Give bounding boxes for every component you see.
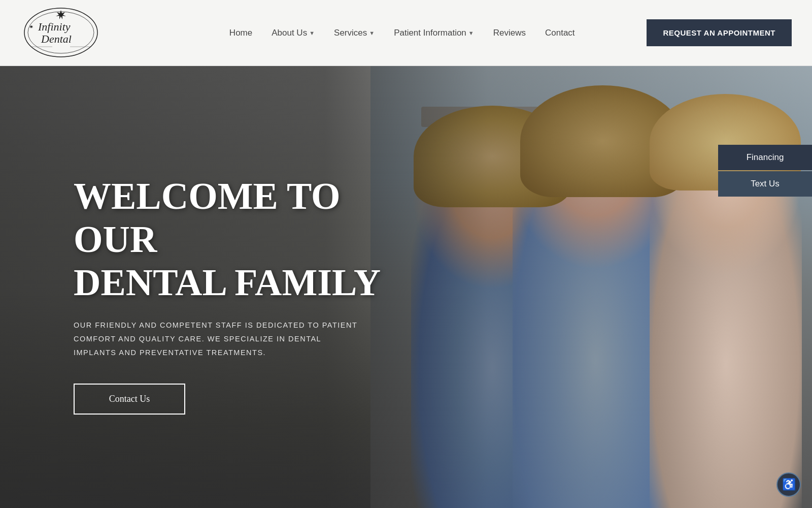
about-dropdown-arrow: ▼ bbox=[309, 30, 315, 36]
hero-section: WELCOME TO OUR DENTAL FAMILY OUR FRIENDL… bbox=[0, 66, 812, 508]
nav-item-services[interactable]: Services ▼ bbox=[327, 24, 382, 42]
nav-item-contact[interactable]: Contact bbox=[538, 24, 582, 42]
nav-item-reviews[interactable]: Reviews bbox=[486, 24, 533, 42]
accessibility-button[interactable]: ♿ bbox=[776, 472, 801, 497]
nav-item-home[interactable]: Home bbox=[222, 24, 259, 42]
patient-info-dropdown-arrow: ▼ bbox=[468, 30, 474, 36]
logo-area: Infinity Dental bbox=[20, 5, 157, 61]
services-dropdown-arrow: ▼ bbox=[369, 30, 375, 36]
svg-text:Dental: Dental bbox=[41, 33, 72, 45]
contact-us-button[interactable]: Contact Us bbox=[74, 384, 185, 415]
main-nav: Home About Us ▼ Services ▼ Patient Infor… bbox=[157, 24, 647, 42]
site-header: Infinity Dental Home About Us ▼ Services… bbox=[0, 0, 812, 66]
request-appointment-button[interactable]: REQUEST AN APPOINTMENT bbox=[647, 19, 792, 46]
hero-title: WELCOME TO OUR DENTAL FAMILY bbox=[74, 175, 409, 304]
floating-buttons: Financing Text Us bbox=[718, 145, 812, 197]
logo[interactable]: Infinity Dental bbox=[20, 5, 101, 61]
hero-subtitle: OUR FRIENDLY AND COMPETENT STAFF IS DEDI… bbox=[74, 319, 358, 359]
hero-content: WELCOME TO OUR DENTAL FAMILY OUR FRIENDL… bbox=[0, 66, 812, 508]
accessibility-icon: ♿ bbox=[782, 478, 796, 491]
svg-text:Infinity: Infinity bbox=[38, 20, 71, 33]
nav-item-about[interactable]: About Us ▼ bbox=[264, 24, 322, 42]
logo-svg: Infinity Dental bbox=[22, 6, 100, 59]
nav-item-patient-info[interactable]: Patient Information ▼ bbox=[387, 24, 481, 42]
financing-button[interactable]: Financing bbox=[718, 145, 812, 170]
text-us-button[interactable]: Text Us bbox=[718, 171, 812, 197]
